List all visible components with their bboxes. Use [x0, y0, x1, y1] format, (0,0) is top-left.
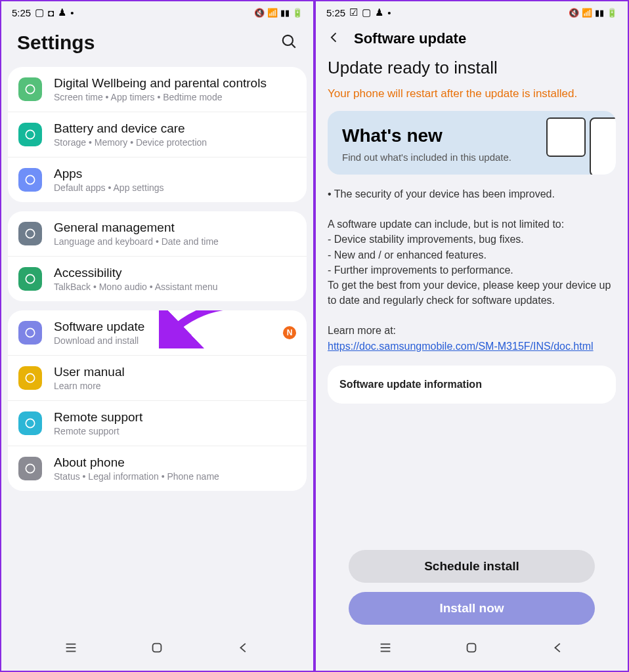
row-title: Digital Wellbeing and parental controls	[54, 76, 296, 91]
settings-row-software-update[interactable]: Software updateDownload and installN	[8, 310, 307, 355]
svg-line-1	[292, 44, 295, 47]
settings-row-about[interactable]: About phoneStatus • Legal information • …	[8, 446, 307, 491]
home-button[interactable]	[150, 640, 164, 658]
back-icon[interactable]	[328, 31, 341, 47]
settings-screen: 5:25 ▢ ◘ ♟ • 🔇 📶 ▮▮ 🔋 Settings Digital W…	[1, 1, 313, 671]
row-subtitle: Language and keyboard • Date and time	[54, 236, 296, 247]
recents-button[interactable]	[64, 640, 78, 658]
row-title: Apps	[54, 167, 296, 181]
settings-row-accessibility[interactable]: AccessibilityTalkBack • Mono audio • Ass…	[8, 256, 307, 301]
schedule-install-button[interactable]: Schedule install	[349, 550, 595, 583]
mute-icon: 🔇	[569, 8, 579, 18]
status-time: 5:25	[326, 7, 345, 18]
notif-icon: ☑	[349, 7, 358, 18]
page-title: Settings	[17, 32, 95, 54]
row-title: Software update	[54, 320, 283, 334]
notif-icon: ♟	[58, 7, 66, 18]
restart-warning: Your phone will restart after the update…	[328, 86, 616, 102]
svg-point-4	[26, 175, 34, 184]
accessibility-icon	[18, 267, 42, 291]
battery-icon: 🔋	[607, 8, 617, 18]
signal-icon: ▮▮	[280, 8, 290, 18]
install-now-button[interactable]: Install now	[349, 592, 595, 625]
battery-care-icon	[18, 123, 42, 146]
mute-icon: 🔇	[254, 8, 265, 18]
notification-badge: N	[283, 326, 296, 339]
manual-icon	[18, 366, 42, 390]
battery-icon: 🔋	[292, 8, 303, 18]
search-icon[interactable]	[280, 33, 297, 52]
row-title: About phone	[54, 455, 296, 470]
row-subtitle: Screen time • App timers • Bedtime mode	[54, 92, 296, 102]
row-subtitle: TalkBack • Mono audio • Assistant menu	[54, 282, 296, 292]
settings-row-user-manual[interactable]: User manualLearn more	[8, 355, 307, 400]
svg-point-10	[26, 464, 34, 472]
release-note-line: - Further improvements to performance.	[328, 262, 616, 278]
svg-point-3	[26, 130, 34, 138]
row-title: General management	[54, 220, 296, 235]
svg-rect-14	[153, 644, 162, 652]
status-more-dot: •	[70, 7, 74, 18]
row-title: User manual	[54, 365, 296, 379]
wellbeing-icon	[18, 77, 42, 101]
row-subtitle: Storage • Memory • Device protection	[54, 137, 296, 148]
wifi-icon: 📶	[267, 8, 278, 18]
row-title: Remote support	[54, 410, 296, 425]
settings-group: Software updateDownload and installNUser…	[8, 310, 307, 491]
wifi-icon: 📶	[582, 8, 592, 18]
release-note-intro: A software update can include, but is no…	[328, 217, 616, 232]
row-subtitle: Default apps • App settings	[54, 182, 296, 193]
headset-icon	[18, 411, 42, 435]
notif-icon: ▢	[362, 7, 371, 18]
release-note-tail: To get the best from your device, please…	[328, 278, 616, 308]
devices-illustration	[546, 117, 616, 175]
settings-row-battery[interactable]: Battery and device careStorage • Memory …	[8, 112, 307, 157]
settings-group: General managementLanguage and keyboard …	[8, 211, 307, 301]
svg-point-6	[26, 274, 34, 283]
release-notes: • The security of your device has been i…	[328, 186, 616, 354]
settings-group: Digital Wellbeing and parental controlsS…	[8, 67, 307, 202]
home-button[interactable]	[464, 640, 479, 658]
refresh-icon	[18, 321, 42, 345]
sliders-icon	[18, 222, 42, 245]
svg-point-2	[26, 85, 34, 93]
row-title: Accessibility	[54, 266, 296, 280]
svg-point-8	[26, 373, 34, 382]
svg-point-5	[26, 229, 34, 238]
row-subtitle: Learn more	[54, 381, 296, 391]
svg-rect-18	[467, 644, 476, 652]
notif-icon: ♟	[375, 7, 383, 18]
release-note-bullet: • The security of your device has been i…	[328, 186, 616, 201]
status-bar: 5:25 ☑ ▢ ♟ • 🔇 📶 ▮▮ 🔋	[316, 1, 628, 21]
settings-row-general[interactable]: General managementLanguage and keyboard …	[8, 211, 307, 256]
software-update-info-card[interactable]: Software update information	[328, 366, 616, 404]
whats-new-card[interactable]: What's new Find out what's included in t…	[328, 111, 616, 175]
status-more-dot: •	[387, 7, 391, 18]
release-note-line: - Device stability improvements, bug fix…	[328, 232, 616, 247]
release-note-line: - New and / or enhanced features.	[328, 247, 616, 262]
learn-more-link[interactable]: https://doc.samsungmobile.com/SM-M315F/I…	[328, 341, 594, 352]
software-update-screen: 5:25 ☑ ▢ ♟ • 🔇 📶 ▮▮ 🔋 Software update Up…	[316, 1, 628, 671]
android-nav-bar	[1, 631, 313, 671]
row-subtitle: Download and install	[54, 335, 283, 346]
notif-icon: ◘	[48, 7, 54, 18]
settings-row-remote-support[interactable]: Remote supportRemote support	[8, 400, 307, 446]
signal-icon: ▮▮	[595, 8, 604, 18]
row-subtitle: Remote support	[54, 426, 296, 436]
back-button[interactable]	[236, 640, 251, 658]
header-title: Software update	[354, 30, 466, 47]
apps-icon	[18, 168, 42, 192]
status-time: 5:25	[12, 7, 31, 18]
settings-row-wellbeing[interactable]: Digital Wellbeing and parental controlsS…	[8, 67, 307, 112]
back-button[interactable]	[551, 640, 565, 658]
info-icon	[18, 457, 42, 480]
row-subtitle: Status • Legal information • Phone name	[54, 471, 296, 482]
row-title: Battery and device care	[54, 121, 296, 136]
svg-point-9	[26, 419, 34, 427]
settings-row-apps[interactable]: AppsDefault apps • App settings	[8, 157, 307, 202]
learn-more-label: Learn more at:	[328, 323, 616, 338]
android-nav-bar	[316, 631, 628, 671]
update-ready-heading: Update ready to install	[328, 58, 616, 78]
svg-point-0	[283, 35, 293, 45]
recents-button[interactable]	[378, 640, 393, 658]
